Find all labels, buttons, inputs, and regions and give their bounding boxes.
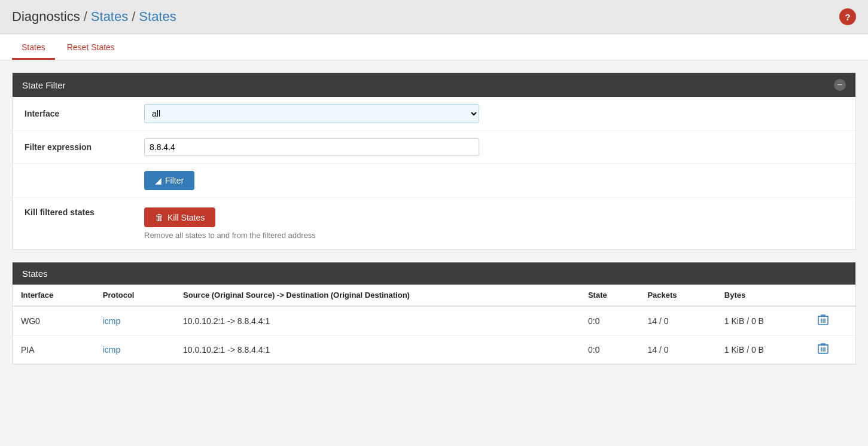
- col-bytes: Bytes: [716, 285, 810, 306]
- kill-button-label: Kill States: [167, 213, 205, 222]
- row1-state: 0:0: [580, 335, 639, 364]
- row0-interface: WG0: [13, 306, 95, 335]
- row0-bytes: 1 KiB / 0 B: [716, 306, 810, 335]
- trash-icon: 🗑: [155, 212, 164, 222]
- kill-help-text: Remove all states to and from the filter…: [144, 231, 843, 240]
- row1-packets: 14 / 0: [639, 335, 715, 364]
- row1-bytes: 1 KiB / 0 B: [716, 335, 810, 364]
- row0-delete[interactable]: [809, 306, 855, 335]
- col-packets: Packets: [639, 285, 715, 306]
- states-table-thead: Interface Protocol Source (Original Sour…: [13, 285, 855, 306]
- filter-button-row: ◢ Filter: [13, 164, 855, 198]
- interface-control: all WAN LAN WG0 PIA: [144, 104, 843, 123]
- row0-packets: 14 / 0: [639, 306, 715, 335]
- tab-states[interactable]: States: [12, 34, 55, 60]
- tabs-bar: States Reset States: [0, 34, 868, 60]
- breadcrumb-root: Diagnostics: [12, 9, 80, 25]
- breadcrumb-bar: Diagnostics / States / States ?: [0, 0, 868, 34]
- col-interface: Interface: [13, 285, 95, 306]
- interface-label: Interface: [25, 109, 144, 118]
- row1-source-dest: 10.0.10.2:1 -> 8.8.4.4:1: [175, 335, 580, 364]
- filter-button-label: Filter: [165, 176, 184, 185]
- table-row: WG0 icmp 10.0.10.2:1 -> 8.8.4.4:1 0:0 14…: [13, 306, 855, 335]
- breadcrumb-sep2: /: [132, 9, 135, 25]
- states-table-header: States: [13, 262, 855, 285]
- states-table: Interface Protocol Source (Original Sour…: [13, 285, 855, 364]
- filter-expression-input[interactable]: [144, 138, 479, 156]
- states-table-title: States: [22, 268, 48, 279]
- states-table-panel: States Interface Protocol Source (Origin…: [12, 262, 856, 365]
- col-source-dest: Source (Original Source) -> Destination …: [175, 285, 580, 306]
- state-filter-panel: State Filter − Interface all WAN LAN WG0…: [12, 72, 856, 250]
- breadcrumb-link2[interactable]: States: [139, 9, 176, 25]
- interface-row: Interface all WAN LAN WG0 PIA: [13, 97, 855, 131]
- kill-filtered-control: 🗑 Kill States Remove all states to and f…: [144, 207, 843, 240]
- kill-filtered-label: Kill filtered states: [25, 207, 144, 217]
- interface-select[interactable]: all WAN LAN WG0 PIA: [144, 104, 479, 123]
- kill-filtered-row: Kill filtered states 🗑 Kill States Remov…: [13, 198, 855, 249]
- delete-row0-icon[interactable]: [818, 314, 829, 326]
- filter-button-wrap: ◢ Filter: [144, 171, 843, 190]
- kill-states-button[interactable]: 🗑 Kill States: [144, 207, 215, 227]
- col-actions: [809, 285, 855, 306]
- help-icon[interactable]: ?: [839, 8, 856, 25]
- state-filter-panel-title: State Filter: [22, 80, 66, 90]
- filter-expression-control: [144, 138, 843, 156]
- panel-collapse-toggle[interactable]: −: [834, 79, 846, 91]
- filter-expression-label: Filter expression: [25, 142, 144, 152]
- filter-button[interactable]: ◢ Filter: [144, 171, 194, 190]
- table-row: PIA icmp 10.0.10.2:1 -> 8.8.4.4:1 0:0 14…: [13, 335, 855, 364]
- funnel-icon: ◢: [155, 176, 162, 185]
- delete-row1-icon[interactable]: [818, 343, 829, 355]
- filter-expression-row: Filter expression: [13, 131, 855, 164]
- breadcrumb: Diagnostics / States / States: [12, 9, 176, 25]
- state-filter-panel-header: State Filter −: [13, 73, 855, 97]
- states-table-body: WG0 icmp 10.0.10.2:1 -> 8.8.4.4:1 0:0 14…: [13, 306, 855, 364]
- breadcrumb-sep1: /: [84, 9, 87, 25]
- row0-source-dest: 10.0.10.2:1 -> 8.8.4.4:1: [175, 306, 580, 335]
- breadcrumb-link1[interactable]: States: [91, 9, 128, 25]
- col-state: State: [580, 285, 639, 306]
- row0-state: 0:0: [580, 306, 639, 335]
- tab-reset-states[interactable]: Reset States: [57, 34, 124, 60]
- row1-interface: PIA: [13, 335, 95, 364]
- row1-protocol: icmp: [95, 335, 175, 364]
- col-protocol: Protocol: [95, 285, 175, 306]
- main-content: State Filter − Interface all WAN LAN WG0…: [0, 60, 868, 389]
- row0-protocol: icmp: [95, 306, 175, 335]
- states-table-header-row: Interface Protocol Source (Original Sour…: [13, 285, 855, 306]
- row1-delete[interactable]: [809, 335, 855, 364]
